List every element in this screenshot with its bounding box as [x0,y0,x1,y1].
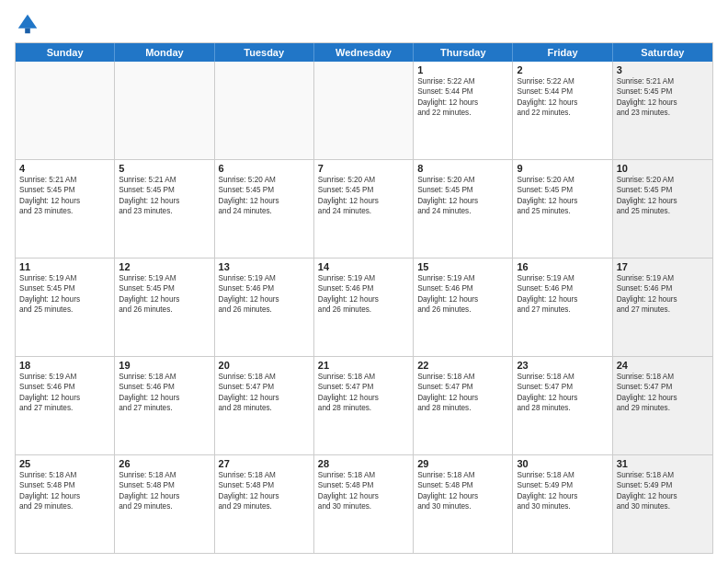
cell-line: Daylight: 12 hours [119,393,210,403]
cell-line: Sunset: 5:47 PM [318,382,409,392]
cell-line: Sunset: 5:45 PM [617,185,709,195]
cell-line: Sunset: 5:47 PM [417,382,508,392]
cell-line: Sunset: 5:48 PM [318,480,409,490]
day-number: 27 [219,458,310,469]
calendar-cell: 3Sunrise: 5:21 AMSunset: 5:45 PMDaylight… [613,62,712,159]
cell-line: Sunset: 5:45 PM [19,185,110,195]
cell-line: Sunrise: 5:19 AM [417,273,508,283]
calendar-cell: 29Sunrise: 5:18 AMSunset: 5:48 PMDayligh… [414,455,513,553]
day-number: 9 [517,163,608,174]
calendar-cell: 20Sunrise: 5:18 AMSunset: 5:47 PMDayligh… [215,357,314,454]
day-number: 5 [119,163,210,174]
calendar-cell [215,62,314,159]
calendar-cell: 11Sunrise: 5:19 AMSunset: 5:45 PMDayligh… [16,259,115,356]
cell-line: Sunrise: 5:18 AM [617,470,709,480]
cell-line: and 25 minutes. [617,206,709,216]
svg-marker-0 [18,15,38,29]
calendar-header: SundayMondayTuesdayWednesdayThursdayFrid… [16,43,712,62]
day-number: 11 [19,261,110,272]
calendar-cell: 27Sunrise: 5:18 AMSunset: 5:48 PMDayligh… [215,455,314,553]
calendar-cell: 26Sunrise: 5:18 AMSunset: 5:48 PMDayligh… [115,455,214,553]
day-number: 10 [617,163,709,174]
cell-line: Daylight: 12 hours [417,196,508,206]
cell-line: and 29 minutes. [19,501,110,511]
calendar-cell [115,62,214,159]
day-number: 22 [417,360,508,371]
cell-line: Sunrise: 5:18 AM [517,470,608,480]
cell-line: Daylight: 12 hours [19,393,110,403]
cell-line: Sunrise: 5:18 AM [119,372,210,382]
cell-line: Sunset: 5:49 PM [617,480,709,490]
cell-line: and 22 minutes. [417,108,508,118]
day-number: 12 [119,261,210,272]
cell-line: and 24 minutes. [219,206,310,216]
cell-line: and 23 minutes. [119,206,210,216]
day-number: 13 [219,261,310,272]
cell-line: Daylight: 12 hours [119,491,210,501]
page: SundayMondayTuesdayWednesdayThursdayFrid… [0,0,728,563]
cell-line: Sunrise: 5:19 AM [219,273,310,283]
day-number: 21 [318,360,409,371]
calendar-body: 1Sunrise: 5:22 AMSunset: 5:44 PMDaylight… [16,62,712,553]
logo [15,11,44,37]
cell-line: Sunrise: 5:20 AM [318,175,409,185]
cell-line: Sunrise: 5:19 AM [517,273,608,283]
calendar-cell: 24Sunrise: 5:18 AMSunset: 5:47 PMDayligh… [613,357,712,454]
calendar-cell: 14Sunrise: 5:19 AMSunset: 5:46 PMDayligh… [314,259,414,356]
day-number: 19 [119,360,210,371]
cell-line: and 27 minutes. [119,403,210,413]
cell-line: Sunset: 5:48 PM [219,480,310,490]
cell-line: Daylight: 12 hours [318,196,409,206]
cell-line: Sunset: 5:48 PM [417,480,508,490]
calendar-cell [314,62,414,159]
cell-line: and 29 minutes. [617,403,709,413]
cell-line: Sunrise: 5:18 AM [417,470,508,480]
cell-line: Sunset: 5:44 PM [517,86,608,97]
cell-line: Sunset: 5:47 PM [219,382,310,392]
cell-line: Daylight: 12 hours [19,196,110,206]
cell-line: Daylight: 12 hours [119,294,210,304]
calendar-cell: 15Sunrise: 5:19 AMSunset: 5:46 PMDayligh… [414,259,513,356]
day-number: 20 [219,360,310,371]
day-number: 1 [417,64,508,75]
cell-line: Daylight: 12 hours [617,491,709,501]
cell-line: Daylight: 12 hours [517,196,608,206]
header-day-tuesday: Tuesday [215,43,314,62]
cell-line: Daylight: 12 hours [219,196,310,206]
calendar-cell: 13Sunrise: 5:19 AMSunset: 5:46 PMDayligh… [215,259,314,356]
cell-line: Sunset: 5:48 PM [19,480,110,490]
calendar-cell: 19Sunrise: 5:18 AMSunset: 5:46 PMDayligh… [115,357,214,454]
cell-line: Daylight: 12 hours [318,393,409,403]
cell-line: and 27 minutes. [617,304,709,315]
cell-line: Sunset: 5:46 PM [19,382,110,392]
cell-line: and 30 minutes. [517,501,608,511]
cell-line: and 28 minutes. [219,403,310,413]
cell-line: Daylight: 12 hours [19,294,110,304]
cell-line: Daylight: 12 hours [119,196,210,206]
day-number: 3 [617,64,709,75]
cell-line: and 26 minutes. [219,304,310,315]
cell-line: and 30 minutes. [617,501,709,511]
cell-line: and 29 minutes. [219,501,310,511]
calendar-cell: 16Sunrise: 5:19 AMSunset: 5:46 PMDayligh… [513,259,612,356]
calendar-row-4: 25Sunrise: 5:18 AMSunset: 5:48 PMDayligh… [16,454,712,553]
cell-line: Sunset: 5:45 PM [417,185,508,195]
day-number: 30 [517,458,608,469]
day-number: 18 [19,360,110,371]
cell-line: Daylight: 12 hours [417,393,508,403]
cell-line: Sunset: 5:45 PM [119,185,210,195]
cell-line: and 26 minutes. [318,304,409,315]
day-number: 28 [318,458,409,469]
cell-line: Sunrise: 5:19 AM [119,273,210,283]
cell-line: Daylight: 12 hours [219,491,310,501]
day-number: 24 [617,360,709,371]
calendar-row-0: 1Sunrise: 5:22 AMSunset: 5:44 PMDaylight… [16,62,712,159]
calendar-cell: 10Sunrise: 5:20 AMSunset: 5:45 PMDayligh… [613,160,712,258]
calendar-cell: 18Sunrise: 5:19 AMSunset: 5:46 PMDayligh… [16,357,115,454]
calendar-row-2: 11Sunrise: 5:19 AMSunset: 5:45 PMDayligh… [16,258,712,356]
cell-line: Daylight: 12 hours [318,491,409,501]
cell-line: Daylight: 12 hours [417,294,508,304]
cell-line: Sunset: 5:45 PM [517,185,608,195]
day-number: 23 [517,360,608,371]
cell-line: and 25 minutes. [19,304,110,315]
